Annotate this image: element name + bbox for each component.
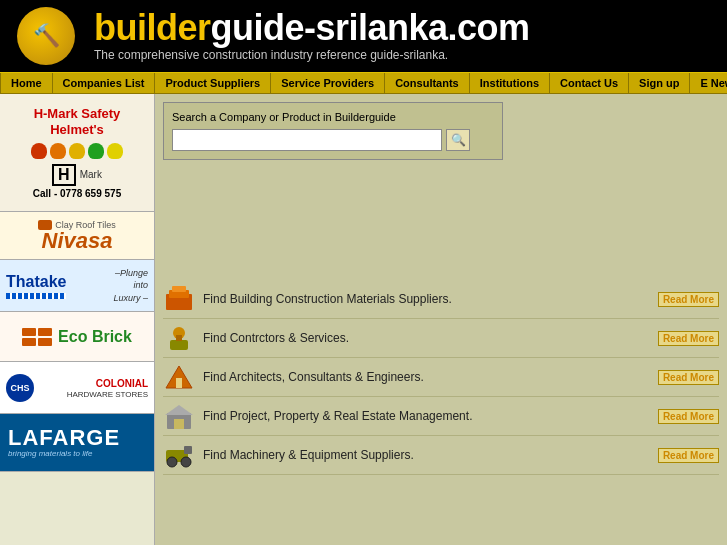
svg-rect-4	[170, 340, 188, 350]
ad-hmark-logo: H	[52, 164, 76, 186]
feature-row: Find Building Construction Materials Sup…	[163, 280, 719, 319]
search-input[interactable]	[172, 129, 442, 151]
nav-institutions[interactable]: Institutions	[470, 73, 550, 93]
ad-lafarge-sub: bringing materials to life	[8, 449, 92, 458]
feature-row: Find Architects, Consultants & Engineers…	[163, 358, 719, 397]
ad-hmark-title: H-Mark SafetyHelmet's	[34, 106, 121, 137]
feature-row: Find Machinery & Equipment Suppliers. Re…	[163, 436, 719, 475]
svg-rect-2	[172, 286, 186, 292]
logo-box: 🔨	[10, 5, 82, 67]
ad-thatake-tagline: –PlungeintoLuxury –	[113, 267, 148, 305]
ad-lafarge-brand: LAFARGE	[8, 427, 120, 449]
nav-consultants[interactable]: Consultants	[385, 73, 470, 93]
svg-rect-5	[176, 335, 182, 341]
search-title: Search a Company or Product in Buildergu…	[172, 111, 494, 123]
contractors-icon	[163, 324, 195, 352]
feature-machinery-text: Find Machinery & Equipment Suppliers.	[203, 448, 650, 462]
svg-marker-9	[165, 405, 193, 415]
materials-icon	[163, 285, 195, 313]
ad-colonial-sub: HARDWARE STORES	[67, 390, 148, 399]
site-title: builderguide-srilanka.com The comprehens…	[94, 10, 530, 62]
nav-product-suppliers[interactable]: Product Suppliers	[155, 73, 271, 93]
title-light: guide-srilanka.com	[211, 7, 530, 48]
brick-icon	[22, 328, 52, 346]
ad-nivasa[interactable]: Clay Roof Tiles Nivasa	[0, 212, 154, 260]
nav-home[interactable]: Home	[0, 73, 53, 93]
ad-hmark-mark: Mark	[80, 169, 102, 180]
search-button[interactable]: 🔍	[446, 129, 470, 151]
title-bold: builder	[94, 7, 211, 48]
nav-contact-us[interactable]: Contact Us	[550, 73, 629, 93]
read-more-materials[interactable]: Read More	[658, 292, 719, 307]
ad-ecobrick[interactable]: Eco Brick	[0, 312, 154, 362]
read-more-property[interactable]: Read More	[658, 409, 719, 424]
svg-point-13	[181, 457, 191, 467]
nav-sign-up[interactable]: Sign up	[629, 73, 690, 93]
features-list: Find Building Construction Materials Sup…	[163, 280, 719, 475]
feature-property-text: Find Project, Property & Real Estate Man…	[203, 409, 650, 423]
nav-e-news[interactable]: E News	[690, 73, 727, 93]
ad-colonial[interactable]: CHS COLONIAL HARDWARE STORES	[0, 362, 154, 414]
ad-thatake[interactable]: Thatake –PlungeintoLuxury –	[0, 260, 154, 312]
read-more-contractors[interactable]: Read More	[658, 331, 719, 346]
ad-ecobrick-brand: Eco Brick	[58, 328, 132, 346]
search-input-wrap: 🔍	[172, 129, 494, 151]
feature-row: Find Project, Property & Real Estate Man…	[163, 397, 719, 436]
svg-rect-10	[174, 419, 184, 429]
ad-thatake-brand: Thatake	[6, 273, 66, 291]
ad-hmark[interactable]: H-Mark SafetyHelmet's H Mark Call - 0778…	[0, 94, 154, 212]
feature-materials-text: Find Building Construction Materials Sup…	[203, 292, 650, 306]
feature-row: Find Contrctors & Services. Read More	[163, 319, 719, 358]
site-subtitle: The comprehensive construction industry …	[94, 48, 530, 62]
ad-hmark-phone: Call - 0778 659 575	[33, 188, 121, 199]
sidebar: H-Mark SafetyHelmet's H Mark Call - 0778…	[0, 94, 155, 545]
waves-decoration	[6, 293, 66, 299]
feature-contractors-text: Find Contrctors & Services.	[203, 331, 650, 345]
read-more-machinery[interactable]: Read More	[658, 448, 719, 463]
nav-service-providers[interactable]: Service Providers	[271, 73, 385, 93]
header: 🔨 builderguide-srilanka.com The comprehe…	[0, 0, 727, 72]
search-icon: 🔍	[451, 133, 466, 147]
property-icon	[163, 402, 195, 430]
content-area: H-Mark SafetyHelmet's H Mark Call - 0778…	[0, 94, 727, 545]
logo-icon: 🔨	[17, 7, 75, 65]
architects-icon	[163, 363, 195, 391]
chs-badge: CHS	[6, 374, 34, 402]
ad-nivasa-brand: Nivasa	[42, 230, 113, 252]
nav-companies-list[interactable]: Companies List	[53, 73, 156, 93]
machinery-icon	[163, 441, 195, 469]
ad-lafarge[interactable]: LAFARGE bringing materials to life	[0, 414, 154, 472]
site-name: builderguide-srilanka.com	[94, 10, 530, 46]
main-content: Search a Company or Product in Buildergu…	[155, 94, 727, 545]
svg-point-12	[167, 457, 177, 467]
ad-colonial-brand: COLONIAL	[67, 377, 148, 390]
navigation: Home Companies List Product Suppliers Se…	[0, 72, 727, 94]
read-more-architects[interactable]: Read More	[658, 370, 719, 385]
svg-rect-14	[184, 446, 192, 454]
feature-architects-text: Find Architects, Consultants & Engineers…	[203, 370, 650, 384]
svg-rect-7	[176, 378, 182, 388]
search-box: Search a Company or Product in Buildergu…	[163, 102, 503, 160]
